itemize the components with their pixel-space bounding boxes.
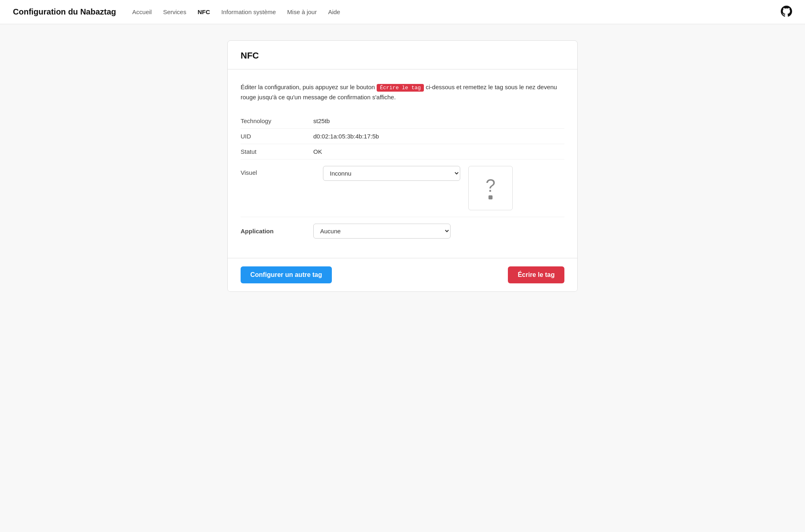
- question-mark-icon: ?: [486, 177, 495, 195]
- technology-row: Technology st25tb: [241, 113, 564, 129]
- card-header: NFC: [228, 41, 577, 69]
- configure-autre-tag-button[interactable]: Configurer un autre tag: [241, 266, 332, 283]
- uid-value: d0:02:1a:05:3b:4b:17:5b: [313, 133, 379, 140]
- visuel-select[interactable]: Inconnu: [323, 166, 460, 181]
- navbar: Configuration du Nabaztag Accueil Servic…: [0, 0, 805, 24]
- application-label: Application: [241, 228, 313, 235]
- visuel-label: Visuel: [241, 166, 313, 176]
- visuel-content: Inconnu ?: [323, 166, 564, 210]
- instruction-prefix: Éditer la configuration, puis appuyez su…: [241, 84, 377, 90]
- github-link[interactable]: [781, 6, 792, 19]
- application-select[interactable]: Aucune: [313, 224, 451, 239]
- nav-link-mise-a-jour[interactable]: Mise à jour: [287, 8, 317, 15]
- application-row: Application Aucune: [241, 217, 564, 245]
- instruction-inline-button: Écrire le tag: [377, 84, 424, 92]
- nfc-card: NFC Éditer la configuration, puis appuye…: [227, 40, 578, 292]
- statut-value: OK: [313, 148, 322, 155]
- navbar-nav: Accueil Services NFC Information système…: [132, 8, 781, 15]
- statut-row: Statut OK: [241, 144, 564, 159]
- info-rows-section: Technology st25tb UID d0:02:1a:05:3b:4b:…: [241, 113, 564, 245]
- technology-value: st25tb: [313, 117, 330, 124]
- main-content: NFC Éditer la configuration, puis appuye…: [221, 40, 584, 292]
- nav-link-information-systeme[interactable]: Information système: [221, 8, 276, 15]
- technology-label: Technology: [241, 117, 313, 124]
- uid-label: UID: [241, 133, 313, 140]
- visuel-row: Visuel Inconnu ?: [241, 159, 564, 217]
- uid-row: UID d0:02:1a:05:3b:4b:17:5b: [241, 129, 564, 144]
- ecrire-le-tag-button[interactable]: Écrire le tag: [508, 266, 564, 283]
- unknown-image-box: ?: [468, 166, 513, 210]
- card-footer: Configurer un autre tag Écrire le tag: [228, 258, 577, 291]
- navbar-brand: Configuration du Nabaztag: [13, 7, 116, 17]
- nav-link-nfc[interactable]: NFC: [197, 8, 210, 15]
- instruction-text: Éditer la configuration, puis appuyez su…: [241, 82, 564, 102]
- nav-link-aide[interactable]: Aide: [328, 8, 340, 15]
- nav-link-services[interactable]: Services: [163, 8, 187, 15]
- github-icon: [781, 6, 792, 17]
- question-dot: [488, 195, 493, 199]
- nav-link-accueil[interactable]: Accueil: [132, 8, 152, 15]
- card-title: NFC: [241, 50, 564, 61]
- statut-label: Statut: [241, 148, 313, 155]
- card-body: Éditer la configuration, puis appuyez su…: [228, 69, 577, 258]
